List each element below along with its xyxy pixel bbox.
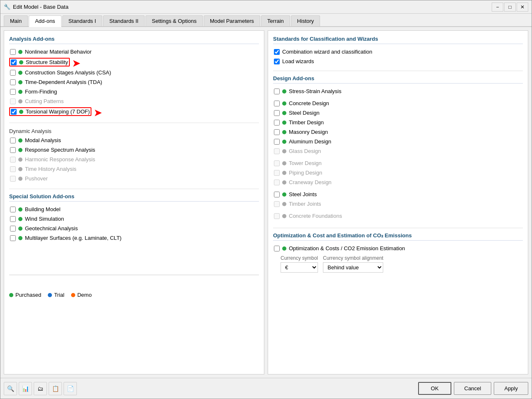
close-button[interactable]: ✕ [517, 2, 528, 12]
list-item: Multilayer Surfaces (e.g. Laminate, CLT) [9, 234, 259, 241]
legend-demo: Demo [71, 292, 92, 298]
concrete-design-label: Concrete Design [289, 100, 329, 106]
purchased-dot [9, 293, 13, 297]
tda-checkbox[interactable] [10, 79, 16, 85]
dot-icon [18, 217, 22, 221]
timber-design-checkbox[interactable] [274, 120, 280, 126]
list-item: Steel Joints [273, 191, 523, 198]
modal-analysis-checkbox[interactable] [10, 138, 16, 143]
stress-strain-label: Stress-Strain Analysis [289, 88, 341, 94]
minimize-button[interactable]: − [492, 2, 503, 12]
list-item: Steel Design [273, 109, 523, 116]
list-item: Geotechnical Analysis [9, 225, 259, 232]
demo-label: Demo [77, 292, 92, 298]
building-model-label: Building Model [25, 206, 60, 212]
list-item: Nonlinear Material Behavior [9, 48, 259, 55]
masonry-design-checkbox[interactable] [274, 129, 280, 135]
nonlinear-material-checkbox[interactable] [10, 49, 16, 55]
list-item: Stress-Strain Analysis [273, 88, 523, 95]
dot-icon [18, 158, 22, 162]
harmonic-label: Harmonic Response Analysis [25, 156, 95, 163]
form-finding-checkbox[interactable] [10, 89, 16, 95]
currency-symbol-select[interactable]: € $ [281, 262, 318, 273]
dot-icon [282, 89, 286, 94]
tab-terrain[interactable]: Terrain [261, 15, 290, 26]
aluminum-design-checkbox[interactable] [274, 139, 280, 145]
tab-standards-i[interactable]: Standards I [62, 15, 103, 26]
dot-icon [282, 214, 286, 218]
stress-strain-checkbox[interactable] [274, 89, 280, 94]
tab-history[interactable]: History [291, 15, 320, 26]
data-tool-button[interactable]: 📊 [19, 382, 32, 395]
tab-bar: Main Add-ons Standards I Standards II Se… [0, 14, 532, 27]
currency-alignment-select[interactable]: Behind value Before value [323, 262, 383, 273]
combination-wizard-checkbox[interactable] [274, 49, 280, 55]
dot-icon [18, 99, 22, 103]
combination-wizard-label: Combination wizard and classification [282, 49, 372, 55]
geotechnical-checkbox[interactable] [10, 226, 16, 232]
tab-addons[interactable]: Add-ons [29, 15, 61, 27]
list-item: Tower Design [273, 160, 523, 167]
tab-model-parameters[interactable]: Model Parameters [204, 15, 260, 26]
cancel-button[interactable]: Cancel [454, 382, 491, 395]
list-item: Building Model [9, 206, 259, 213]
list-item: Craneway Design [273, 179, 523, 186]
dot-icon [282, 149, 286, 153]
time-history-label: Time History Analysis [25, 166, 76, 172]
nonlinear-material-label: Nonlinear Material Behavior [25, 49, 91, 55]
dot-icon [282, 192, 286, 197]
craneway-design-checkbox [274, 180, 280, 185]
piping-design-label: Piping Design [289, 170, 322, 176]
dot-icon [282, 140, 286, 144]
time-history-checkbox [10, 166, 16, 172]
filter-tool-button[interactable]: 📋 [49, 382, 62, 395]
dot-icon [282, 130, 286, 134]
optimization-title: Optimization & Cost and Estimation of CO… [273, 232, 523, 241]
dot-icon [18, 167, 22, 171]
standards-section: Standards for Classification and Wizards… [273, 36, 523, 65]
apply-button[interactable]: Apply [494, 382, 528, 395]
content-area: Analysis Add-ons Nonlinear Material Beha… [0, 27, 532, 378]
design-title: Design Add-ons [273, 75, 523, 84]
currency-section: Currency symbol € $ Currency symbol alig… [281, 255, 523, 273]
steel-joints-checkbox[interactable] [274, 192, 280, 197]
currency-row: Currency symbol € $ Currency symbol alig… [281, 255, 523, 273]
steel-design-checkbox[interactable] [274, 110, 280, 116]
dot-icon [282, 161, 286, 165]
standards-title: Standards for Classification and Wizards [273, 36, 523, 44]
optimization-costs-checkbox[interactable] [274, 246, 280, 251]
tab-standards-ii[interactable]: Standards II [103, 15, 145, 26]
multilayer-checkbox[interactable] [10, 235, 16, 241]
multilayer-label: Multilayer Surfaces (e.g. Laminate, CLT) [25, 235, 121, 241]
list-item: Pushover [9, 175, 259, 182]
tab-settings-options[interactable]: Settings & Options [145, 15, 203, 26]
wind-simulation-checkbox[interactable] [10, 216, 16, 222]
dot-icon [282, 101, 286, 106]
layers-tool-button[interactable]: 🗂 [34, 382, 47, 395]
tab-main[interactable]: Main [4, 15, 28, 26]
ok-button[interactable]: OK [418, 382, 451, 395]
list-item: Construction Stages Analysis (CSA) [9, 69, 259, 76]
search-tool-button[interactable]: 🔍 [4, 382, 17, 395]
pushover-checkbox [10, 176, 16, 182]
response-spectrum-checkbox[interactable] [10, 147, 16, 153]
csa-checkbox[interactable] [10, 70, 16, 76]
concrete-foundations-checkbox [274, 213, 280, 219]
copy-tool-button[interactable]: 📄 [64, 382, 77, 395]
csa-label: Construction Stages Analysis (CSA) [25, 69, 111, 76]
dot-icon [18, 207, 22, 212]
list-item: Masonry Design [273, 128, 523, 135]
dot-icon [282, 180, 286, 185]
piping-design-checkbox [274, 170, 280, 176]
load-wizards-checkbox[interactable] [274, 59, 280, 64]
maximize-button[interactable]: □ [504, 2, 516, 12]
torsional-warping-checkbox[interactable] [11, 109, 17, 115]
structure-stability-checkbox[interactable] [11, 59, 17, 65]
dot-icon [282, 171, 286, 175]
legend-purchased: Purchased [9, 292, 41, 298]
building-model-checkbox[interactable] [10, 207, 16, 212]
concrete-design-checkbox[interactable] [274, 101, 280, 106]
list-item: Wind Simulation [9, 215, 259, 222]
dot-icon [282, 121, 286, 125]
dot-icon [18, 71, 22, 75]
